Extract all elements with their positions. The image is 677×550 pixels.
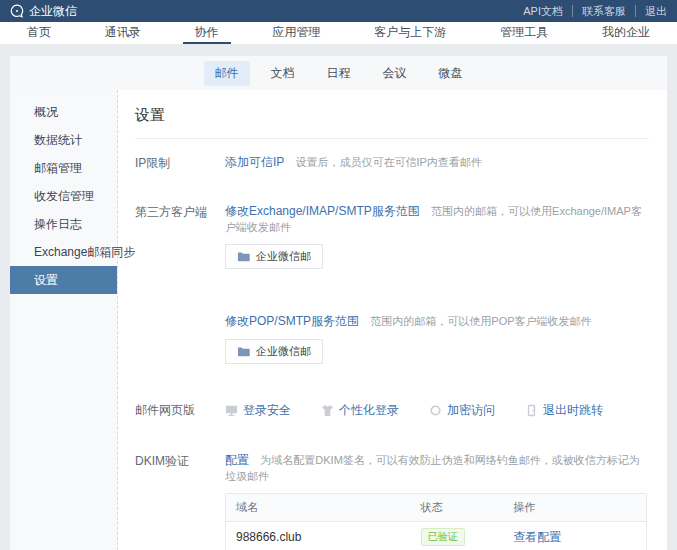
subtab-mail[interactable]: 邮件	[204, 61, 250, 86]
sidebar-item-exchange-sync[interactable]: Exchange邮箱同步	[10, 238, 117, 266]
content-panel: 邮件 文档 日程 会议 微盘 概况 数据统计 邮箱管理 收发信管理 操作日志 E…	[10, 56, 667, 550]
webmail-link-personalized-login[interactable]: 个性化登录	[321, 401, 399, 419]
webmail-link-label: 登录安全	[243, 402, 291, 419]
main-nav: 首页 通讯录 协作 应用管理 客户与上下游 管理工具 我的企业	[0, 22, 677, 44]
exchange-scope-tag[interactable]: 企业微信邮	[225, 244, 323, 269]
pop-scope-tag-label: 企业微信邮	[256, 344, 311, 359]
wecom-logo-icon	[10, 4, 24, 18]
status-badge-verified: 已验证	[421, 528, 465, 546]
nav-item-contacts[interactable]: 通讯录	[93, 22, 153, 44]
circle-icon	[429, 404, 442, 417]
table-row: 988666.club 已验证 查看配置	[226, 522, 647, 550]
add-trusted-ip-link[interactable]: 添加可信IP	[225, 155, 284, 169]
webmail-section: 邮件网页版 登录安全 个性化登录	[135, 401, 649, 419]
contact-support-link[interactable]: 联系客服	[572, 5, 635, 17]
webmail-link-label: 个性化登录	[339, 402, 399, 419]
topbar: 企业微信 API文档 联系客服 退出	[0, 0, 677, 22]
sidebar: 概况 数据统计 邮箱管理 收发信管理 操作日志 Exchange邮箱同步 设置	[10, 90, 118, 550]
nav-item-home[interactable]: 首页	[15, 22, 63, 44]
sidebar-item-overview[interactable]: 概况	[10, 98, 117, 126]
tshirt-icon	[321, 404, 334, 417]
dkim-table: 域名 状态 操作 988666.club 已验证 查看配置	[225, 493, 647, 550]
exchange-scope-tag-label: 企业微信邮	[256, 249, 311, 264]
status-column-header: 状态	[411, 494, 504, 522]
dkim-hint: 为域名配置DKIM签名，可以有效防止伪造和网络钓鱼邮件，或被收信方标记为垃圾邮件	[225, 454, 640, 482]
pop-scope-tag[interactable]: 企业微信邮	[225, 339, 323, 364]
pop-scope-hint: 范围内的邮箱，可以使用POP客户端收发邮件	[370, 315, 591, 327]
nav-item-apps[interactable]: 应用管理	[260, 22, 332, 44]
folder-icon	[237, 250, 250, 263]
nav-item-admin-tools[interactable]: 管理工具	[488, 22, 560, 44]
subtab-calendar[interactable]: 日程	[316, 61, 362, 86]
settings-content: 设置 IP限制 添加可信IP 设置后，成员仅可在可信IP内查看邮件 第三方客户端…	[118, 90, 667, 550]
pop-scope-link[interactable]: 修改POP/SMTP服务范围	[225, 314, 359, 328]
api-docs-link[interactable]: API文档	[514, 5, 572, 17]
sidebar-item-send-receive-management[interactable]: 收发信管理	[10, 182, 117, 210]
dkim-label: DKIM验证	[135, 452, 225, 550]
ip-restriction-label: IP限制	[135, 154, 225, 172]
table-header-row: 域名 状态 操作	[226, 494, 647, 522]
nav-item-customers[interactable]: 客户与上下游	[362, 22, 458, 44]
ip-restriction-section: IP限制 添加可信IP 设置后，成员仅可在可信IP内查看邮件	[135, 154, 649, 172]
webmail-label: 邮件网页版	[135, 401, 225, 419]
monitor-icon	[225, 404, 238, 417]
topbar-links: API文档 联系客服 退出	[514, 5, 667, 17]
webmail-link-label: 退出时跳转	[543, 402, 603, 419]
sidebar-item-operation-log[interactable]: 操作日志	[10, 210, 117, 238]
third-party-client-label: 第三方客户端	[135, 203, 225, 364]
sidebar-item-settings[interactable]: 设置	[10, 266, 117, 294]
action-column-header: 操作	[503, 494, 646, 522]
door-icon	[525, 404, 538, 417]
title-divider	[135, 138, 649, 139]
domain-cell: 988666.club	[226, 522, 411, 550]
webmail-link-logout-redirect[interactable]: 退出时跳转	[525, 401, 603, 419]
subtab-docs[interactable]: 文档	[260, 61, 306, 86]
nav-item-collaboration[interactable]: 协作	[183, 22, 231, 44]
folder-icon	[237, 345, 250, 358]
subtab-meeting[interactable]: 会议	[372, 61, 418, 86]
sidebar-item-statistics[interactable]: 数据统计	[10, 126, 117, 154]
logout-link[interactable]: 退出	[635, 5, 667, 17]
subtab-bar: 邮件 文档 日程 会议 微盘	[10, 56, 667, 90]
subtab-drive[interactable]: 微盘	[428, 61, 474, 86]
ip-restriction-hint: 设置后，成员仅可在可信IP内查看邮件	[295, 156, 481, 168]
topbar-brand[interactable]: 企业微信	[10, 3, 77, 20]
dkim-section: DKIM验证 配置 为域名配置DKIM签名，可以有效防止伪造和网络钓鱼邮件，或被…	[135, 452, 649, 550]
webmail-link-login-security[interactable]: 登录安全	[225, 401, 291, 419]
exchange-scope-link[interactable]: 修改Exchange/IMAP/SMTP服务范围	[225, 204, 420, 218]
nav-item-my-company[interactable]: 我的企业	[590, 22, 662, 44]
webmail-link-encrypted-access[interactable]: 加密访问	[429, 401, 495, 419]
third-party-client-section: 第三方客户端 修改Exchange/IMAP/SMTP服务范围 范围内的邮箱，可…	[135, 203, 649, 364]
sidebar-item-mailbox-management[interactable]: 邮箱管理	[10, 154, 117, 182]
webmail-link-label: 加密访问	[447, 402, 495, 419]
domain-column-header: 域名	[226, 494, 411, 522]
page-title: 设置	[135, 106, 649, 125]
brand-name: 企业微信	[29, 3, 77, 20]
view-config-link[interactable]: 查看配置	[513, 530, 561, 544]
dkim-config-link[interactable]: 配置	[225, 453, 249, 467]
